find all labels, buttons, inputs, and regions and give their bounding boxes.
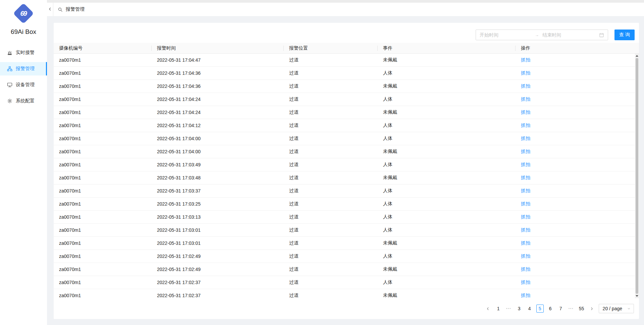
- capture-link[interactable]: 抓拍: [521, 149, 530, 154]
- capture-link[interactable]: 抓拍: [521, 253, 530, 259]
- capture-link[interactable]: 抓拍: [521, 227, 530, 232]
- table-row: za0070m1 2022-05-31 17:02:49 过道 人体 抓拍: [54, 250, 639, 263]
- cell-event: 人体: [378, 214, 516, 220]
- capture-link[interactable]: 抓拍: [521, 266, 530, 272]
- alarm-bell-icon: [7, 50, 12, 55]
- cell-action: 抓拍: [516, 122, 639, 128]
- sidebar-menu: 实时接警 报警管理 设备管理 系统配置: [0, 46, 47, 108]
- cell-camera-id: za0070m1: [54, 227, 152, 233]
- cell-alarm-location: 过道: [284, 188, 378, 194]
- app-logo: 69: [0, 0, 47, 21]
- cell-alarm-location: 过道: [284, 279, 378, 285]
- page-button-5[interactable]: 5: [536, 305, 544, 313]
- cell-alarm-location: 过道: [284, 149, 378, 155]
- column-header-alarm-time: 报警时间: [152, 43, 284, 53]
- scrollbar-thumb[interactable]: [636, 58, 638, 294]
- cell-event: 未佩戴: [378, 240, 516, 246]
- page-button-3[interactable]: 3: [516, 305, 523, 313]
- cell-alarm-time: 2022-05-31 17:04:36: [152, 70, 284, 76]
- cell-alarm-time: 2022-05-31 17:04:24: [152, 110, 284, 115]
- table-body: za0070m1 2022-05-31 17:04:47 过道 未佩戴 抓拍 z…: [54, 54, 639, 298]
- column-header-event: 事件: [378, 43, 516, 53]
- table-row: za0070m1 2022-05-31 17:04:24 过道 人体 抓拍: [54, 93, 639, 106]
- cell-camera-id: za0070m1: [54, 254, 152, 259]
- cell-alarm-location: 过道: [284, 57, 378, 63]
- sidebar-collapse-button[interactable]: [47, 3, 53, 16]
- date-range-picker[interactable]: →: [476, 30, 608, 40]
- capture-link[interactable]: 抓拍: [521, 214, 530, 219]
- cell-alarm-location: 过道: [284, 227, 378, 233]
- query-button[interactable]: 查 询: [614, 30, 635, 40]
- capture-link[interactable]: 抓拍: [521, 136, 530, 141]
- cell-event: 未佩戴: [378, 175, 516, 181]
- cell-event: 人体: [378, 279, 516, 285]
- cell-camera-id: za0070m1: [54, 267, 152, 272]
- cell-alarm-time: 2022-05-31 17:03:13: [152, 214, 284, 220]
- cell-camera-id: za0070m1: [54, 123, 152, 128]
- sidebar-item-device-management[interactable]: 设备管理: [0, 78, 47, 92]
- page-button-55[interactable]: 55: [578, 305, 585, 313]
- cell-alarm-time: 2022-05-31 17:03:49: [152, 162, 284, 167]
- capture-link[interactable]: 抓拍: [521, 109, 530, 115]
- capture-link[interactable]: 抓拍: [521, 83, 530, 89]
- cell-action: 抓拍: [516, 227, 639, 233]
- capture-link[interactable]: 抓拍: [521, 96, 530, 102]
- end-time-input[interactable]: [542, 32, 599, 38]
- cell-alarm-time: 2022-05-31 17:03:01: [152, 240, 284, 246]
- scroll-down-button[interactable]: [636, 295, 638, 297]
- cell-event: 人体: [378, 201, 516, 207]
- cell-camera-id: za0070m1: [54, 188, 152, 194]
- sidebar-item-alarm-management[interactable]: 报警管理: [0, 62, 47, 75]
- cell-event: 未佩戴: [378, 292, 516, 298]
- capture-link[interactable]: 抓拍: [521, 188, 530, 193]
- cell-camera-id: za0070m1: [54, 280, 152, 285]
- page-button-1[interactable]: 1: [495, 305, 502, 313]
- cell-action: 抓拍: [516, 57, 639, 63]
- next-page-button[interactable]: [588, 305, 596, 313]
- capture-link[interactable]: 抓拍: [521, 240, 530, 246]
- capture-link[interactable]: 抓拍: [521, 70, 530, 75]
- cell-alarm-location: 过道: [284, 253, 378, 259]
- cell-action: 抓拍: [516, 188, 639, 194]
- cell-action: 抓拍: [516, 70, 639, 76]
- cell-event: 人体: [378, 136, 516, 142]
- cell-alarm-location: 过道: [284, 162, 378, 168]
- cell-action: 抓拍: [516, 162, 639, 168]
- sidebar: 69 69Ai Box 实时接警 报警管理 设备管理 系统配置: [0, 0, 47, 325]
- page-button-4[interactable]: 4: [526, 305, 533, 313]
- scroll-up-button[interactable]: [636, 55, 638, 57]
- sidebar-item-system-config[interactable]: 系统配置: [0, 94, 47, 108]
- cell-alarm-location: 过道: [284, 214, 378, 220]
- cell-alarm-time: 2022-05-31 17:02:49: [152, 254, 284, 259]
- calendar-icon: [599, 33, 604, 38]
- capture-link[interactable]: 抓拍: [521, 201, 530, 206]
- capture-link[interactable]: 抓拍: [521, 292, 530, 298]
- cell-alarm-location: 过道: [284, 240, 378, 246]
- search-icon[interactable]: [58, 7, 63, 12]
- cell-alarm-time: 2022-05-31 17:04:24: [152, 97, 284, 102]
- capture-link[interactable]: 抓拍: [521, 279, 530, 285]
- prev-page-button[interactable]: [484, 305, 492, 313]
- cell-event: 未佩戴: [378, 83, 516, 89]
- cell-action: 抓拍: [516, 253, 639, 259]
- app-title: 69Ai Box: [0, 28, 47, 36]
- cell-alarm-location: 过道: [284, 83, 378, 89]
- table-scrollbar[interactable]: [635, 54, 639, 298]
- capture-link[interactable]: 抓拍: [521, 162, 530, 167]
- capture-link[interactable]: 抓拍: [521, 175, 530, 180]
- cell-camera-id: za0070m1: [54, 162, 152, 167]
- page-button-7[interactable]: 7: [557, 305, 565, 313]
- table-row: za0070m1 2022-05-31 17:03:01 过道 未佩戴 抓拍: [54, 237, 639, 250]
- table-row: za0070m1 2022-05-31 17:03:49 过道 人体 抓拍: [54, 158, 639, 171]
- capture-link[interactable]: 抓拍: [521, 57, 530, 62]
- cell-alarm-time: 2022-05-31 17:03:01: [152, 227, 284, 233]
- page-button-6[interactable]: 6: [547, 305, 554, 313]
- table-row: za0070m1 2022-05-31 17:04:36 过道 未佩戴 抓拍: [54, 80, 639, 93]
- capture-link[interactable]: 抓拍: [521, 122, 530, 128]
- page-size-select[interactable]: 20 / page: [599, 304, 634, 313]
- start-time-input[interactable]: [480, 32, 535, 38]
- sidebar-item-realtime-alerts[interactable]: 实时接警: [0, 46, 47, 59]
- table-row: za0070m1 2022-05-31 17:04:24 过道 未佩戴 抓拍: [54, 106, 639, 119]
- cell-action: 抓拍: [516, 240, 639, 246]
- cell-alarm-time: 2022-05-31 17:02:37: [152, 280, 284, 285]
